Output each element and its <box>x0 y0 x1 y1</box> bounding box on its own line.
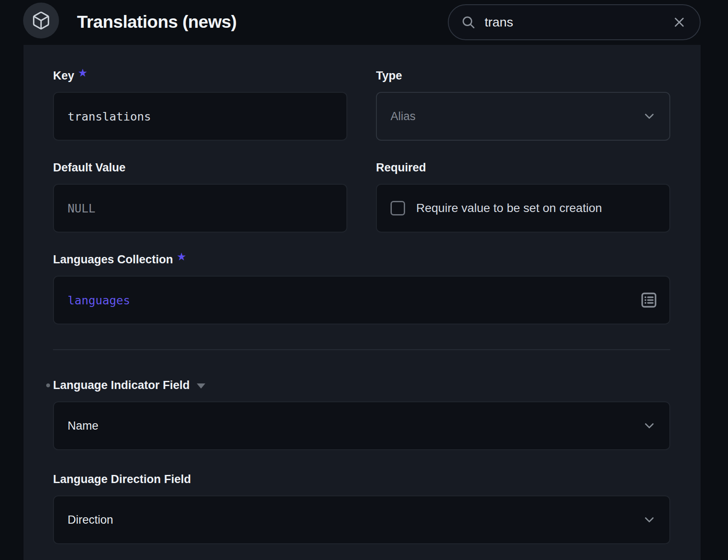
default-value-input[interactable]: NULL <box>53 184 347 233</box>
field-type: Type Alias <box>376 69 670 141</box>
collection-icon-button[interactable] <box>23 3 59 38</box>
field-default-value: Default Value NULL <box>53 161 347 233</box>
search-bar[interactable] <box>448 4 701 40</box>
key-input[interactable]: translations <box>53 92 347 141</box>
default-value-label: Default Value <box>53 161 126 174</box>
search-icon <box>461 15 476 30</box>
field-settings-panel: Key ★ translations Type Alias <box>24 45 701 560</box>
type-select[interactable]: Alias <box>376 92 670 141</box>
required-label: Required <box>376 161 426 174</box>
clear-search-button[interactable] <box>670 13 689 32</box>
key-label: Key <box>53 69 74 83</box>
field-key: Key ★ translations <box>53 69 347 141</box>
type-value: Alias <box>391 110 416 123</box>
field-language-indicator: Language Indicator Field Name <box>53 378 670 450</box>
default-value-placeholder: NULL <box>68 202 95 215</box>
required-checkbox-label: Require value to be set on creation <box>416 201 602 215</box>
language-indicator-label: Language Indicator Field <box>53 378 190 392</box>
language-indicator-select[interactable]: Name <box>53 401 670 450</box>
language-direction-select[interactable]: Direction <box>53 495 670 544</box>
chevron-down-icon <box>642 109 657 124</box>
type-label: Type <box>376 69 402 83</box>
key-value: translations <box>68 110 151 123</box>
edited-dot-icon <box>46 383 50 387</box>
required-star-icon: ★ <box>178 250 186 264</box>
field-language-direction: Language Direction Field Direction <box>53 472 670 544</box>
search-input[interactable] <box>485 15 670 29</box>
chevron-down-icon <box>642 419 657 433</box>
required-checkbox[interactable] <box>391 201 405 215</box>
drawer-header: Translations (news) <box>0 0 728 45</box>
collection-list-icon[interactable] <box>639 291 658 309</box>
languages-collection-label: Languages Collection <box>53 253 173 266</box>
languages-collection-value: languages <box>68 294 130 307</box>
close-icon <box>672 15 687 30</box>
required-star-icon: ★ <box>79 66 87 80</box>
language-indicator-value: Name <box>68 419 98 433</box>
language-direction-label: Language Direction Field <box>53 472 191 486</box>
field-menu-arrow-icon[interactable] <box>197 383 205 389</box>
field-languages-collection: Languages Collection ★ languages <box>53 253 670 324</box>
chevron-down-icon <box>642 513 657 527</box>
required-checkbox-row[interactable]: Require value to be set on creation <box>376 184 670 233</box>
box-icon <box>31 11 51 30</box>
language-direction-value: Direction <box>68 513 113 527</box>
languages-collection-input[interactable]: languages <box>53 276 670 324</box>
field-required: Required Require value to be set on crea… <box>376 161 670 233</box>
page-title: Translations (news) <box>77 12 237 32</box>
section-divider <box>53 349 670 350</box>
